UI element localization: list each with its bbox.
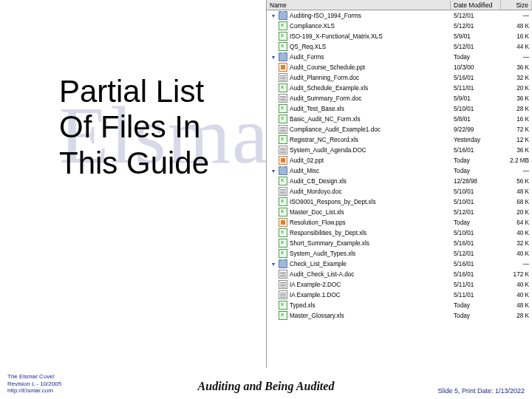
- file-name: Resolution_Flow.pps: [290, 219, 346, 226]
- size-cell: 40 K: [501, 230, 532, 236]
- file-name: Audit_Test_Base.xls: [290, 106, 344, 112]
- column-header-name[interactable]: Name: [267, 1, 451, 10]
- file-row[interactable]: System_Audit_Types.xls5/12/0140 K: [267, 248, 532, 259]
- folder-name: Auditing-ISO_1994_Forms: [290, 13, 361, 19]
- date-cell: 5/11/01: [451, 292, 501, 299]
- column-header-size[interactable]: Size: [501, 1, 532, 10]
- file-row[interactable]: Audit_Planning_Form.doc5/16/0132 K: [267, 72, 532, 83]
- folder-row[interactable]: ▾Check_List_Example5/16/01—: [267, 259, 532, 269]
- doc-file-icon: [279, 187, 287, 196]
- file-row[interactable]: System_Audit_Agenda.DOC5/16/0136 K: [267, 145, 532, 155]
- spacer: [270, 106, 276, 112]
- file-name: Short_Summary_Example.xls: [290, 240, 369, 247]
- size-cell: 48 K: [501, 23, 532, 30]
- file-browser-pane: Name Date Modified Size ▾Auditing-ISO_19…: [266, 0, 532, 368]
- folder-row[interactable]: ▾Auditing-ISO_1994_Forms5/12/01—: [267, 10, 532, 21]
- file-row[interactable]: Audit_Summary_Form.doc5/9/0136 K: [267, 93, 532, 103]
- footer-left: The Elsmar Cove! Revision L - 10/2005 ht…: [7, 373, 133, 395]
- folder-row[interactable]: ▾Audit_MiscToday—: [267, 166, 532, 176]
- file-row[interactable]: Typed.xlsToday48 K: [267, 300, 532, 310]
- file-row[interactable]: Registrar_NC_Record.xlsYesterday12 K: [267, 134, 532, 145]
- ppt-file-icon: [279, 156, 287, 165]
- disclosure-triangle-icon[interactable]: ▾: [270, 54, 276, 61]
- file-row[interactable]: Audit_CB_Design.xls12/28/9856 K: [267, 176, 532, 186]
- xls-file-icon: [279, 301, 287, 310]
- spacer: [270, 250, 276, 257]
- spacer: [270, 126, 276, 133]
- doc-file-icon: [279, 280, 287, 289]
- file-row[interactable]: IA Example-2.DOC5/11/0140 K: [267, 279, 532, 290]
- footer-site-name: The Elsmar Cove!: [7, 373, 133, 381]
- file-row[interactable]: Audit_Check_List-A.doc5/16/01172 K: [267, 269, 532, 279]
- file-row[interactable]: Compliance.XLS5/12/0148 K: [267, 21, 532, 31]
- file-row[interactable]: Basic_Audit_NC_Form.xls5/8/0116 K: [267, 114, 532, 124]
- doc-file-icon: [279, 73, 287, 82]
- spacer: [270, 178, 276, 185]
- doc-file-icon: [279, 125, 287, 134]
- size-cell: 172 K: [501, 271, 532, 278]
- file-row[interactable]: Audit_02.pptToday2.2 MB: [267, 155, 532, 166]
- date-cell: Today: [451, 302, 501, 309]
- size-cell: 2.2 MB: [501, 157, 532, 164]
- size-cell: 16 K: [501, 116, 532, 123]
- xls-file-icon: [279, 104, 287, 113]
- size-cell: 48 K: [501, 302, 532, 309]
- name-cell: Audit_Check_List-A.doc: [267, 270, 451, 279]
- date-cell: 5/11/01: [451, 85, 501, 92]
- file-name: Audit_CB_Design.xls: [290, 178, 347, 185]
- date-cell: 5/16/01: [451, 271, 501, 278]
- file-row[interactable]: ISO9001_Respons_by_Dept.xls5/10/0168 K: [267, 197, 532, 207]
- file-row[interactable]: IA Example.1.DOC5/11/0140 K: [267, 290, 532, 300]
- date-cell: 5/16/01: [451, 75, 501, 81]
- xls-file-icon: [279, 177, 287, 185]
- disclosure-triangle-icon[interactable]: ▾: [270, 168, 276, 174]
- date-cell: 5/12/01: [451, 13, 501, 19]
- file-name: IA Example-2.DOC: [290, 282, 341, 288]
- spacer: [270, 271, 276, 278]
- name-cell: Audit_Schedule_Example.xls: [267, 83, 451, 92]
- spacer: [270, 199, 276, 205]
- file-row[interactable]: Responsibilities_by_Dept.xls5/10/0140 K: [267, 228, 532, 238]
- doc-file-icon: [279, 146, 287, 154]
- date-cell: 10/3/00: [451, 64, 501, 71]
- size-cell: —: [501, 261, 532, 267]
- disclosure-triangle-icon[interactable]: ▾: [270, 13, 276, 19]
- file-row[interactable]: ISO-199_X-Functional_Matrix.XLS5/9/0116 …: [267, 31, 532, 41]
- size-cell: 20 K: [501, 85, 532, 92]
- file-row[interactable]: Audit_Course_Schedule.ppt10/3/0036 K: [267, 62, 532, 72]
- footer-title: Auditing and Being Audited: [133, 380, 399, 395]
- name-cell: ▾Check_List_Example: [267, 259, 451, 268]
- name-cell: Responsibilities_by_Dept.xls: [267, 228, 451, 237]
- disclosure-triangle-icon[interactable]: ▾: [270, 261, 276, 267]
- column-header-date[interactable]: Date Modified: [451, 1, 501, 10]
- name-cell: Short_Summary_Example.xls: [267, 239, 451, 248]
- name-cell: Audit_02.ppt: [267, 156, 451, 165]
- spacer: [270, 209, 276, 216]
- date-cell: 5/16/01: [451, 261, 501, 267]
- folder-row[interactable]: ▾Audit_FormsToday—: [267, 52, 532, 62]
- file-row[interactable]: Resolution_Flow.ppsToday64 K: [267, 217, 532, 228]
- file-row[interactable]: Master_Doc_List.xls5/12/0120 K: [267, 207, 532, 217]
- size-cell: 36 K: [501, 64, 532, 71]
- date-cell: 5/16/01: [451, 240, 501, 247]
- slide: Elsma Partial List Of Files In This Guid…: [0, 0, 532, 399]
- file-row[interactable]: Master_Glossary.xlsToday28 K: [267, 310, 532, 321]
- xls-file-icon: [279, 83, 287, 92]
- file-name: Compliance.XLS: [290, 23, 335, 30]
- xls-file-icon: [279, 115, 287, 123]
- size-cell: 36 K: [501, 147, 532, 154]
- file-row[interactable]: Audit_Mordoyo.doc5/10/0148 K: [267, 186, 532, 197]
- size-cell: 20 K: [501, 209, 532, 216]
- size-cell: 32 K: [501, 75, 532, 81]
- name-cell: Master_Glossary.xls: [267, 311, 451, 320]
- spacer: [270, 157, 276, 164]
- size-cell: 64 K: [501, 219, 532, 226]
- file-row[interactable]: Audit_Schedule_Example.xls5/11/0120 K: [267, 83, 532, 93]
- xls-file-icon: [279, 249, 287, 258]
- folder-icon: [279, 52, 287, 61]
- date-cell: 5/10/01: [451, 230, 501, 236]
- file-row[interactable]: Audit_Test_Base.xls5/10/0128 K: [267, 103, 532, 114]
- file-row[interactable]: QS_Req.XLS5/12/0144 K: [267, 41, 532, 52]
- file-row[interactable]: Compliance_Audit_Example1.doc9/22/9972 K: [267, 124, 532, 134]
- file-row[interactable]: Short_Summary_Example.xls5/16/0132 K: [267, 238, 532, 248]
